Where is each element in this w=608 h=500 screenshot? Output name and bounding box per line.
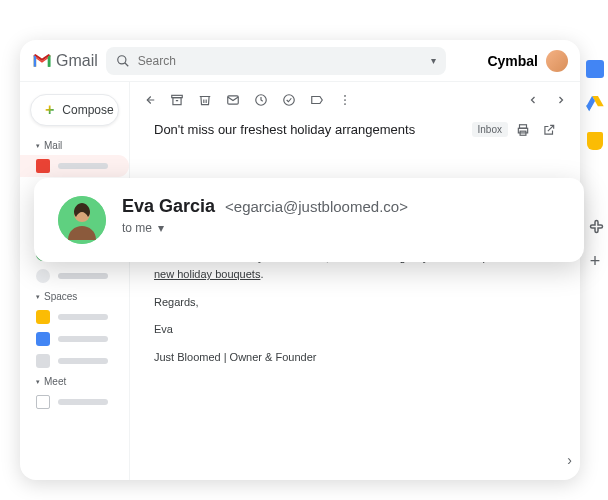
sender-info: Eva Garcia <egarcia@justbloomed.co> to m…	[122, 196, 408, 235]
top-bar: Gmail ▾ Cymbal	[20, 40, 580, 82]
chevron-down-icon: ▾	[158, 221, 164, 235]
gmail-icon	[32, 53, 52, 69]
message-toolbar	[130, 82, 580, 118]
section-mail[interactable]: ▾Mail	[20, 136, 129, 155]
svg-point-12	[344, 99, 346, 101]
space-icon	[36, 332, 50, 346]
chevron-down-icon: ▾	[36, 293, 40, 301]
sidebar-item-meet[interactable]	[20, 391, 129, 413]
message-pane: Don't miss our freshest holiday arrangem…	[130, 82, 580, 480]
prev-icon[interactable]	[526, 93, 540, 107]
print-icon[interactable]	[516, 123, 530, 137]
message-subject: Don't miss our freshest holiday arrangem…	[154, 122, 464, 137]
main-area: + Compose ▾Mail ☆ ▾Spaces ▾Meet	[20, 82, 580, 480]
inbox-icon	[36, 159, 50, 173]
search-icon	[116, 54, 130, 68]
body-link[interactable]: new holiday bouquets	[154, 268, 260, 280]
next-icon[interactable]	[554, 93, 568, 107]
signature-regards: Regards,	[154, 294, 556, 312]
sidebar-item[interactable]	[20, 265, 129, 287]
add-task-icon[interactable]	[282, 93, 296, 107]
svg-point-11	[344, 95, 346, 97]
sender-card: Eva Garcia <egarcia@justbloomed.co> to m…	[34, 178, 584, 262]
chevron-down-icon: ▾	[36, 142, 40, 150]
chevron-down-icon: ▾	[36, 378, 40, 386]
section-spaces[interactable]: ▾Spaces	[20, 287, 129, 306]
workspace-brand: Cymbal	[487, 53, 538, 69]
svg-line-1	[125, 62, 129, 66]
sidebar-item-inbox[interactable]	[20, 155, 129, 177]
calendar-icon	[36, 395, 50, 409]
svg-point-10	[284, 95, 295, 106]
inbox-label-chip[interactable]: Inbox	[472, 122, 508, 137]
more-icon[interactable]	[338, 93, 352, 107]
signature-name: Eva	[154, 321, 556, 339]
svg-point-0	[118, 55, 126, 63]
space-icon	[36, 354, 50, 368]
get-addons-icon[interactable]: +	[586, 252, 604, 270]
sidebar-item-space[interactable]	[20, 328, 129, 350]
svg-point-13	[344, 103, 346, 105]
plus-icon: +	[45, 101, 54, 119]
section-meet[interactable]: ▾Meet	[20, 372, 129, 391]
search-options-icon[interactable]: ▾	[431, 55, 436, 66]
svg-line-17	[548, 125, 554, 131]
snooze-icon[interactable]	[254, 93, 268, 107]
keep-app-icon[interactable]	[587, 132, 603, 150]
sender-avatar[interactable]	[58, 196, 106, 244]
open-new-window-icon[interactable]	[542, 123, 556, 137]
sidebar-item-space[interactable]	[20, 306, 129, 328]
sidebar: + Compose ▾Mail ☆ ▾Spaces ▾Meet	[20, 82, 130, 480]
space-icon	[36, 310, 50, 324]
calendar-app-icon[interactable]	[586, 60, 604, 78]
account-avatar[interactable]	[546, 50, 568, 72]
sender-email: <egarcia@justbloomed.co>	[225, 198, 408, 215]
search-input[interactable]	[138, 54, 423, 68]
subject-row: Don't miss our freshest holiday arrangem…	[130, 118, 580, 149]
mark-unread-icon[interactable]	[226, 93, 240, 107]
archive-icon[interactable]	[170, 93, 184, 107]
sidebar-item-space[interactable]	[20, 350, 129, 372]
recipient-line[interactable]: to me ▾	[122, 221, 408, 235]
search-bar[interactable]: ▾	[106, 47, 446, 75]
label-icon[interactable]	[310, 93, 324, 107]
sender-name: Eva Garcia	[122, 196, 215, 217]
contact-icon	[36, 269, 50, 283]
gmail-logo[interactable]: Gmail	[32, 52, 98, 70]
drive-app-icon[interactable]	[586, 96, 604, 114]
delete-icon[interactable]	[198, 93, 212, 107]
addons-icon[interactable]	[586, 216, 604, 234]
compose-label: Compose	[62, 103, 113, 117]
app-name: Gmail	[56, 52, 98, 70]
compose-button[interactable]: + Compose	[30, 94, 119, 126]
signature-title: Just Bloomed | Owner & Founder	[154, 349, 556, 367]
back-icon[interactable]	[142, 93, 156, 107]
side-panel: +	[580, 46, 608, 270]
collapse-rail-icon[interactable]: ›	[567, 452, 572, 468]
